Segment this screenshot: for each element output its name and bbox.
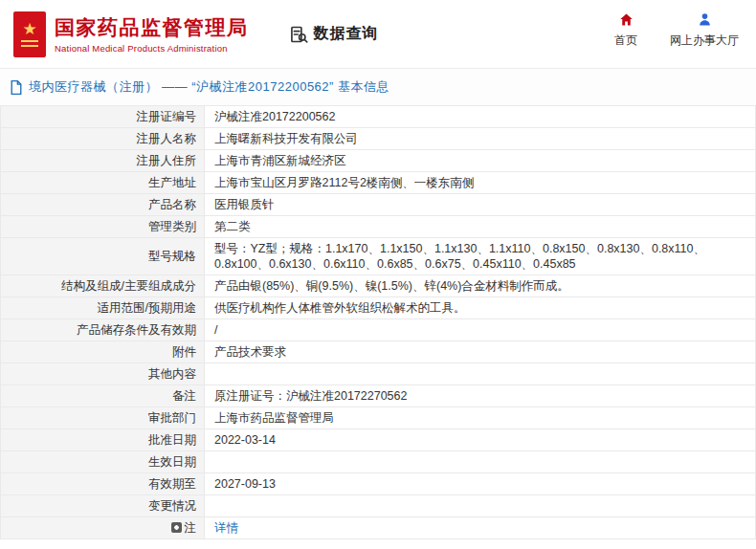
row-value [205, 495, 756, 517]
row-label: 生效日期 [1, 451, 205, 473]
table-row: 注册人名称上海曙新科技开发有限公司 [1, 128, 756, 150]
row-value: 2022-03-14 [205, 429, 756, 451]
row-label: 适用范围/预期用途 [1, 297, 205, 319]
document-icon [10, 80, 23, 95]
row-label: 备注 [1, 385, 205, 407]
table-row: 适用范围/预期用途供医疗机构作人体椎管外软组织松解术的工具。 [1, 297, 756, 319]
row-value: / [205, 319, 756, 341]
emblem-gate-icon [21, 40, 38, 47]
home-icon [619, 12, 634, 27]
table-row: 备注原注册证号：沪械注准20172270562 [1, 385, 756, 407]
table-row: 附件产品技术要求 [1, 341, 756, 363]
row-value: 第二类 [205, 216, 756, 238]
row-value: 医用银质针 [205, 194, 756, 216]
table-row: 产品储存条件及有效期/ [1, 319, 756, 341]
row-value: 供医疗机构作人体椎管外软组织松解术的工具。 [205, 297, 756, 319]
nav-online-hall-label: 网上办事大厅 [670, 33, 739, 49]
row-label: 生产地址 [1, 172, 205, 194]
site-header: ★ 国家药品监督管理局 National Medical Products Ad… [0, 0, 756, 69]
row-label: 注 [1, 517, 205, 539]
info-table-body: 注册证编号沪械注准20172200562注册人名称上海曙新科技开发有限公司注册人… [1, 106, 756, 539]
table-row: 注册证编号沪械注准20172200562 [1, 106, 756, 128]
row-value: 2027-09-13 [205, 473, 756, 495]
nav-home[interactable]: 首页 [614, 12, 637, 49]
data-query-label: 数据查询 [314, 24, 379, 44]
table-row: 审批部门上海市药品监督管理局 [1, 407, 756, 429]
table-row: 变更情况 [1, 495, 756, 517]
row-value: 上海曙新科技开发有限公司 [205, 128, 756, 150]
table-row: 管理类别第二类 [1, 216, 756, 238]
person-icon [698, 12, 712, 27]
nav-home-label: 首页 [614, 33, 637, 49]
row-value [205, 451, 756, 473]
row-label: 注册人名称 [1, 128, 205, 150]
row-label: 审批部门 [1, 407, 205, 429]
row-label: 有效期至 [1, 473, 205, 495]
row-label: 附件 [1, 341, 205, 363]
row-value: 沪械注准20172200562 [205, 106, 756, 128]
detail-link[interactable]: 详情 [214, 521, 238, 535]
table-row: 有效期至2027-09-13 [1, 473, 756, 495]
row-value: 产品由银(85%)、铜(9.5%)、镍(1.5%)、锌(4%)合金材料制作而成。 [205, 275, 756, 297]
row-label: 产品储存条件及有效期 [1, 319, 205, 341]
row-label: 产品名称 [1, 194, 205, 216]
breadcrumb-title-bar: 境内医疗器械（注册） —— “沪械注准20172200562” 基本信息 [0, 69, 756, 105]
row-value: 原注册证号：沪械注准20172270562 [205, 385, 756, 407]
emblem-star-icon: ★ [22, 21, 36, 37]
org-name-block: 国家药品监督管理局 National Medical Products Admi… [55, 15, 249, 54]
table-row: 型号规格型号：YZ型；规格：1.1x170、1.1x150、1.1x130、1.… [1, 238, 756, 275]
nav-data-query[interactable]: 数据查询 [289, 24, 379, 44]
table-row: 批准日期2022-03-14 [1, 429, 756, 451]
table-row: 注册人住所上海市青浦区新城经济区 [1, 150, 756, 172]
row-label: 批准日期 [1, 429, 205, 451]
table-row: 生效日期 [1, 451, 756, 473]
nav-online-hall[interactable]: 网上办事大厅 [670, 12, 739, 49]
page-title: 境内医疗器械（注册） —— “沪械注准20172200562” 基本信息 [29, 78, 389, 96]
header-nav: 首页 网上办事大厅 [614, 12, 739, 49]
table-row: 注详情 [1, 517, 756, 539]
row-value: 产品技术要求 [205, 341, 756, 363]
row-value: 上海市宝山区月罗路2112号2楼南侧、一楼东南侧 [205, 172, 756, 194]
note-icon [171, 522, 182, 533]
org-name-cn: 国家药品监督管理局 [55, 15, 249, 40]
row-value: 上海市药品监督管理局 [205, 407, 756, 429]
table-row: 其他内容 [1, 363, 756, 385]
row-label: 结构及组成/主要组成成分 [1, 275, 205, 297]
table-row: 产品名称医用银质针 [1, 194, 756, 216]
nmpa-logo: ★ 国家药品监督管理局 National Medical Products Ad… [13, 11, 249, 57]
row-value: 上海市青浦区新城经济区 [205, 150, 756, 172]
national-emblem-icon: ★ [13, 11, 46, 57]
row-value: 详情 [205, 517, 756, 539]
registration-info-table: 注册证编号沪械注准20172200562注册人名称上海曙新科技开发有限公司注册人… [0, 105, 756, 539]
row-label: 管理类别 [1, 216, 205, 238]
row-label: 型号规格 [1, 238, 205, 275]
row-label: 其他内容 [1, 363, 205, 385]
table-row: 结构及组成/主要组成成分产品由银(85%)、铜(9.5%)、镍(1.5%)、锌(… [1, 275, 756, 297]
row-label: 变更情况 [1, 495, 205, 517]
row-value [205, 363, 756, 385]
row-label: 注册证编号 [1, 106, 205, 128]
table-row: 生产地址上海市宝山区月罗路2112号2楼南侧、一楼东南侧 [1, 172, 756, 194]
row-value: 型号：YZ型；规格：1.1x170、1.1x150、1.1x130、1.1x11… [205, 238, 756, 275]
data-query-icon [289, 25, 308, 44]
org-name-en: National Medical Products Administration [55, 43, 249, 54]
row-label: 注册人住所 [1, 150, 205, 172]
